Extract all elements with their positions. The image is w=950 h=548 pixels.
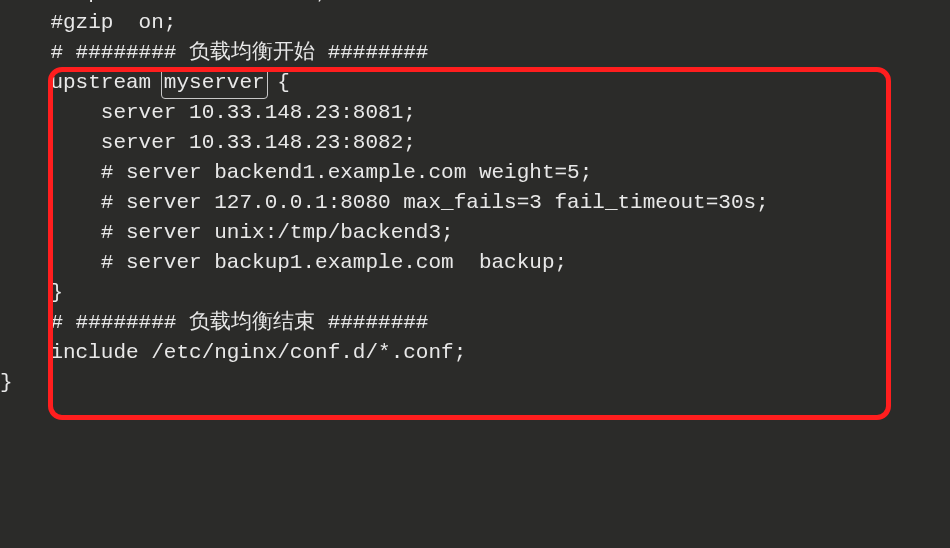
code-line: #gzip on; <box>0 8 950 38</box>
annotation-highlight-box <box>48 67 891 420</box>
comment-hash: ######## <box>315 41 428 64</box>
code-line: # ######## 负载均衡开始 ######## <box>0 38 950 68</box>
comment-text-cn: 负载均衡开始 <box>189 41 315 64</box>
code-block: keepalive_timeout 65; #gzip on; # ######… <box>0 0 950 398</box>
code-line: keepalive_timeout 65; <box>0 0 950 8</box>
comment-hash: # ######## <box>0 41 189 64</box>
